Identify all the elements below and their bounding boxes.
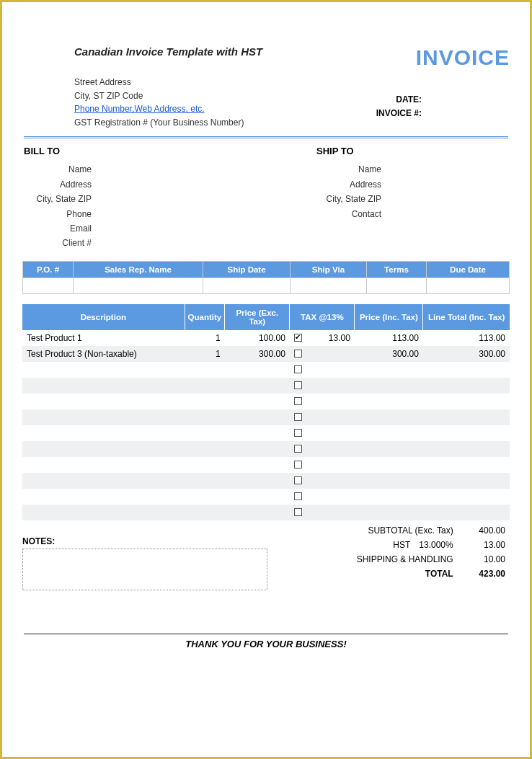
item-cell[interactable]: [22, 378, 185, 394]
item-cell[interactable]: [423, 378, 510, 394]
tax-checkbox[interactable]: [294, 445, 302, 453]
item-cell[interactable]: [185, 378, 225, 394]
item-cell[interactable]: [22, 505, 185, 520]
notes-box[interactable]: [22, 549, 267, 590]
doc-title: Canadian Invoice Template with HST: [22, 45, 262, 58]
tax-checkbox[interactable]: [294, 476, 302, 484]
item-cell[interactable]: [355, 425, 423, 441]
item-cell[interactable]: [423, 457, 510, 473]
item-cell[interactable]: [22, 362, 185, 378]
item-cell[interactable]: [22, 409, 185, 425]
item-cell[interactable]: [355, 489, 423, 505]
item-cell[interactable]: [185, 441, 225, 457]
meta-cell[interactable]: [291, 278, 367, 293]
item-cell[interactable]: 300.00: [423, 346, 510, 362]
tax-checkbox[interactable]: [294, 413, 302, 421]
item-tax-cell[interactable]: 13.00: [290, 330, 355, 346]
item-cell[interactable]: 100.00: [225, 330, 290, 346]
meta-cell[interactable]: [366, 278, 426, 293]
item-cell[interactable]: [225, 441, 290, 457]
meta-col-header: Terms: [366, 261, 426, 278]
item-row: [22, 457, 510, 473]
item-tax-cell[interactable]: [290, 473, 355, 489]
item-tax-cell[interactable]: [290, 409, 355, 425]
tax-checkbox[interactable]: [294, 334, 302, 342]
tax-checkbox[interactable]: [294, 397, 302, 405]
invoice-no-label: INVOICE #:: [376, 107, 422, 120]
meta-cell[interactable]: [74, 278, 203, 293]
item-cell[interactable]: 1: [185, 346, 225, 362]
meta-cell[interactable]: [203, 278, 291, 293]
item-cell[interactable]: [423, 362, 510, 378]
item-cell[interactable]: [185, 489, 225, 505]
item-tax-cell[interactable]: [290, 394, 355, 409]
from-gst: GST Registration # (Your Business Number…: [74, 116, 510, 130]
item-cell[interactable]: [355, 473, 423, 489]
item-cell[interactable]: [22, 425, 185, 441]
item-cell[interactable]: [185, 362, 225, 378]
item-tax-cell[interactable]: [290, 441, 355, 457]
item-col-header: Line Total (Inc. Tax): [423, 304, 510, 330]
item-tax-cell[interactable]: [290, 378, 355, 394]
item-cell[interactable]: 1: [185, 330, 225, 346]
item-cell[interactable]: [355, 394, 423, 409]
tax-checkbox[interactable]: [294, 492, 302, 500]
item-cell[interactable]: [423, 489, 510, 505]
subtotal-label: SUBTOTAL (Exc. Tax): [291, 523, 458, 538]
item-cell[interactable]: [423, 409, 510, 425]
from-contact-link[interactable]: Phone Number,Web Address, etc.: [74, 104, 205, 114]
item-cell[interactable]: [355, 505, 423, 520]
item-cell[interactable]: [225, 425, 290, 441]
item-cell[interactable]: [355, 362, 423, 378]
item-cell[interactable]: [185, 457, 225, 473]
meta-cell[interactable]: [427, 278, 510, 293]
item-tax-cell[interactable]: [290, 489, 355, 505]
item-cell[interactable]: [225, 378, 290, 394]
tax-checkbox[interactable]: [294, 429, 302, 437]
item-tax-cell[interactable]: [290, 346, 355, 362]
meta-cell[interactable]: [23, 278, 74, 293]
item-cell[interactable]: [185, 505, 225, 520]
item-cell[interactable]: [423, 425, 510, 441]
item-cell[interactable]: [423, 394, 510, 409]
item-cell[interactable]: Test Product 1: [22, 330, 185, 346]
ship-value: 10.00: [458, 552, 510, 567]
item-cell[interactable]: [225, 489, 290, 505]
item-cell[interactable]: [22, 394, 185, 409]
tax-checkbox[interactable]: [294, 365, 302, 373]
item-cell[interactable]: [185, 394, 225, 409]
item-cell[interactable]: [355, 409, 423, 425]
item-cell[interactable]: [355, 457, 423, 473]
item-cell[interactable]: [225, 505, 290, 520]
item-cell[interactable]: 300.00: [355, 346, 423, 362]
item-cell[interactable]: [185, 409, 225, 425]
item-cell[interactable]: 300.00: [225, 346, 290, 362]
item-cell[interactable]: [22, 473, 185, 489]
item-cell[interactable]: [225, 362, 290, 378]
item-cell[interactable]: [225, 394, 290, 409]
tax-checkbox[interactable]: [294, 508, 302, 516]
item-tax-cell[interactable]: [290, 457, 355, 473]
item-cell[interactable]: 113.00: [355, 330, 423, 346]
item-tax-cell[interactable]: [290, 425, 355, 441]
item-cell[interactable]: [423, 441, 510, 457]
item-cell[interactable]: [22, 489, 185, 505]
item-tax-cell[interactable]: [290, 362, 355, 378]
item-cell[interactable]: [225, 409, 290, 425]
item-cell[interactable]: [423, 505, 510, 520]
item-cell[interactable]: 113.00: [423, 330, 510, 346]
item-cell[interactable]: [185, 473, 225, 489]
item-cell[interactable]: [225, 457, 290, 473]
item-cell[interactable]: [225, 473, 290, 489]
item-cell[interactable]: [22, 441, 185, 457]
item-cell[interactable]: [355, 378, 423, 394]
tax-checkbox[interactable]: [294, 381, 302, 389]
item-tax-cell[interactable]: [290, 505, 355, 520]
item-cell[interactable]: [423, 473, 510, 489]
item-cell[interactable]: [22, 457, 185, 473]
tax-checkbox[interactable]: [294, 461, 302, 469]
tax-checkbox[interactable]: [294, 350, 302, 358]
item-cell[interactable]: Test Product 3 (Non-taxable): [22, 346, 185, 362]
item-cell[interactable]: [185, 425, 225, 441]
item-cell[interactable]: [355, 441, 423, 457]
